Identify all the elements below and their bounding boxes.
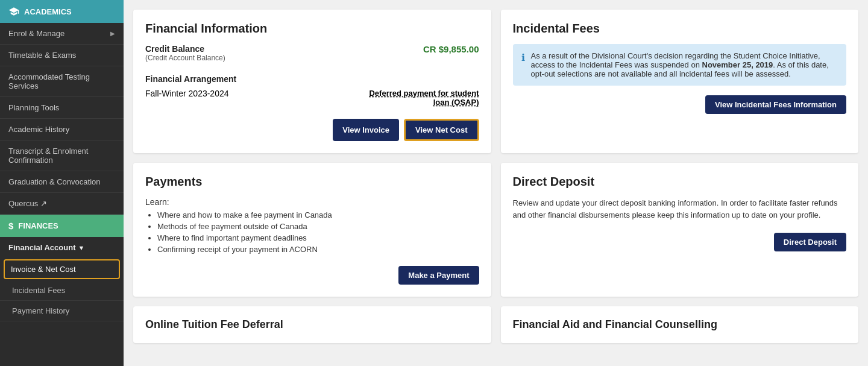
payments-learn-label: Learn:	[145, 197, 479, 207]
financial-info-card: Financial Information Credit Balance (Cr…	[133, 10, 491, 153]
view-incidental-fees-button[interactable]: View Incidental Fees Information	[705, 95, 846, 114]
dollar-icon: $	[8, 221, 13, 231]
online-tuition-title: Online Tuition Fee Deferral	[145, 318, 479, 331]
direct-deposit-card: Direct Deposit Review and update your di…	[501, 163, 859, 297]
financial-arrangement-label: Financial Arrangement	[145, 74, 479, 84]
sidebar-item-quercus[interactable]: Quercus ↗	[0, 193, 124, 215]
payments-list: Where and how to make a fee payment in C…	[145, 210, 479, 254]
incidental-fees-info-box: ℹ As a result of the Divisional Court's …	[513, 44, 847, 86]
view-net-cost-button[interactable]: View Net Cost	[404, 119, 479, 141]
payments-list-item-4: Confirming receipt of your payment in AC…	[157, 245, 479, 254]
financial-aid-title: Financial Aid and Financial Counselling	[513, 318, 847, 331]
sidebar-item-incidental-fees[interactable]: Incidental Fees	[0, 280, 124, 301]
payments-list-item-3: Where to find important payment deadline…	[157, 233, 479, 242]
sidebar-item-accommodated[interactable]: Accommodated Testing Services	[0, 66, 124, 97]
enrol-manage-arrow: ▶	[110, 30, 115, 37]
direct-deposit-description: Review and update your direct deposit ba…	[513, 197, 847, 221]
credit-balance-label: Credit Balance	[145, 44, 225, 54]
academics-header: ACADEMICS	[0, 0, 124, 23]
info-icon: ℹ	[521, 52, 525, 78]
payments-list-item-1: Where and how to make a fee payment in C…	[157, 210, 479, 219]
payments-list-item-2: Methods of fee payment outside of Canada	[157, 222, 479, 231]
sidebar: ACADEMICS Enrol & Manage ▶ Timetable & E…	[0, 0, 124, 366]
payments-card: Payments Learn: Where and how to make a …	[133, 163, 491, 297]
credit-balance-sublabel: (Credit Account Balance)	[145, 54, 225, 62]
sidebar-item-invoice-net-cost[interactable]: Invoice & Net Cost	[4, 259, 120, 279]
caret-down-icon: ▼	[78, 244, 84, 251]
academics-icon	[8, 6, 19, 17]
sidebar-item-planning[interactable]: Planning Tools	[0, 97, 124, 119]
financial-aid-card: Financial Aid and Financial Counselling	[501, 306, 859, 343]
sidebar-item-academic-history[interactable]: Academic History	[0, 119, 124, 140]
direct-deposit-title: Direct Deposit	[513, 175, 847, 189]
sidebar-item-timetable[interactable]: Timetable & Exams	[0, 45, 124, 66]
direct-deposit-button[interactable]: Direct Deposit	[774, 233, 846, 251]
sidebar-item-enrol-manage[interactable]: Enrol & Manage ▶	[0, 23, 124, 45]
payments-title: Payments	[145, 175, 479, 189]
incidental-fees-card: Incidental Fees ℹ As a result of the Div…	[501, 10, 859, 153]
arrangement-term: Fall-Winter 2023-2024	[145, 89, 229, 98]
main-content: Financial Information Credit Balance (Cr…	[124, 0, 868, 366]
arrangement-value: Deferred payment for student loan (OSAP)	[359, 89, 479, 107]
incidental-fees-info-text: As a result of the Divisional Court's de…	[531, 51, 838, 78]
online-tuition-card: Online Tuition Fee Deferral	[133, 306, 491, 343]
financial-account-header[interactable]: Financial Account ▼	[0, 237, 124, 258]
sidebar-item-payment-history[interactable]: Payment History	[0, 301, 124, 321]
financial-info-title: Financial Information	[145, 22, 479, 36]
sidebar-item-transcript[interactable]: Transcript & Enrolment Confirmation	[0, 140, 124, 171]
credit-amount: CR $9,855.00	[423, 44, 479, 54]
make-payment-button[interactable]: Make a Payment	[398, 266, 479, 285]
sidebar-item-graduation[interactable]: Graduation & Convocation	[0, 171, 124, 193]
incidental-fees-title: Incidental Fees	[513, 22, 847, 36]
finances-header: $ FINANCES	[0, 215, 124, 237]
view-invoice-button[interactable]: View Invoice	[333, 119, 399, 141]
